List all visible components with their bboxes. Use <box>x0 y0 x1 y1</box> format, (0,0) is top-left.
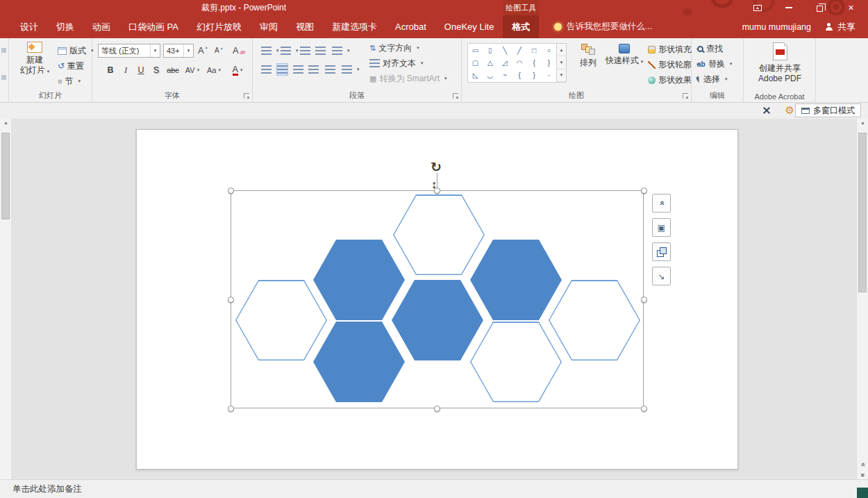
shape-glyph[interactable]: } <box>542 56 556 69</box>
rotate-handle[interactable]: ↻ <box>431 159 442 175</box>
font-size-select[interactable]: 43+ <box>163 44 194 58</box>
shrink-font-button[interactable]: A <box>215 43 224 57</box>
gallery-scroll-button[interactable]: ▲ <box>557 44 566 56</box>
maximize-restore-button[interactable] <box>804 0 835 15</box>
italic-button[interactable]: I <box>119 63 133 77</box>
shape-glyph[interactable]: △ <box>483 56 497 69</box>
bullets-button[interactable] <box>261 44 279 57</box>
ribbon-display-options-button[interactable] <box>742 0 773 15</box>
font-color-button[interactable]: A <box>228 63 247 77</box>
strikethrough-button[interactable]: abc <box>165 63 181 77</box>
plugin-tool-icon[interactable] <box>762 106 771 115</box>
shape-glyph[interactable]: ~ <box>497 69 512 82</box>
shape-glyph[interactable]: ◠ <box>512 56 526 69</box>
font-family-select[interactable]: 等线 (正文) <box>98 44 160 58</box>
character-spacing-button[interactable]: AV <box>183 63 202 77</box>
selection-handle-bottom-right[interactable] <box>641 406 647 412</box>
selection-handle-middle-right[interactable] <box>641 297 647 303</box>
select-button[interactable]: 选择 <box>697 73 728 85</box>
notes-bar[interactable]: 单击此处添加备注 <box>0 479 868 498</box>
tell-me-box[interactable]: 告诉我您想要做什么... <box>554 15 652 38</box>
shape-glyph[interactable]: ◦ <box>542 69 556 82</box>
tab-切换[interactable]: 切换 <box>47 15 83 38</box>
hexagon-4-outline[interactable] <box>235 280 327 360</box>
tab-动画[interactable]: 动画 <box>83 15 119 38</box>
right-scrollbar-thumb[interactable] <box>858 133 867 292</box>
notes-placeholder[interactable]: 单击此处添加备注 <box>12 483 82 495</box>
settings-gear-icon[interactable]: ⚙ <box>785 104 794 117</box>
new-slide-button[interactable]: 新建 幻灯片 <box>15 42 55 76</box>
replace-button[interactable]: ab替换 <box>697 58 732 70</box>
tab-新建选项卡[interactable]: 新建选项卡 <box>323 15 386 38</box>
grow-font-button[interactable]: A <box>198 43 208 57</box>
tab-格式[interactable]: 格式绘图工具 <box>503 15 539 38</box>
create-share-pdf-button[interactable]: 创建并共享 Adobe PDF <box>744 42 816 84</box>
scroll-up-arrow[interactable]: ▲ <box>857 120 868 125</box>
minimize-button[interactable] <box>773 0 804 15</box>
slide-canvas[interactable]: ↻ ↕ <box>136 129 738 470</box>
multi-window-mode-button[interactable]: 多窗口模式 <box>795 103 861 117</box>
selection-handle-top-left[interactable] <box>228 188 234 194</box>
line-spacing-button[interactable] <box>332 44 350 57</box>
tab-口袋动画-pa[interactable]: 口袋动画 PA <box>119 15 187 38</box>
clear-formatting-button[interactable]: A <box>233 43 245 57</box>
dropdown-icon[interactable] <box>183 44 193 57</box>
share-button[interactable]: 共享 <box>825 15 856 38</box>
tab-幻灯片放映[interactable]: 幻灯片放映 <box>187 15 251 38</box>
tab-acrobat[interactable]: Acrobat <box>386 15 435 38</box>
text-direction-button[interactable]: ⇅文字方向 <box>369 42 419 54</box>
bold-button[interactable]: B <box>103 63 117 77</box>
tab-onekey-lite[interactable]: OneKey Lite <box>435 15 503 38</box>
hexagon-7-filled[interactable] <box>313 322 405 402</box>
text-shadow-button[interactable]: S <box>149 63 163 77</box>
dropdown-icon[interactable] <box>150 44 160 57</box>
hexagon-5-filled[interactable] <box>392 280 483 360</box>
change-case-button[interactable]: Aa <box>205 63 223 77</box>
shape-glyph[interactable]: ▢ <box>468 56 483 69</box>
right-scrollbar[interactable]: ▲ » » <box>856 119 868 479</box>
next-slide-button[interactable]: » <box>857 470 868 479</box>
left-scrollbar-thumb[interactable] <box>1 133 10 219</box>
shape-glyph[interactable]: } <box>527 69 542 82</box>
tab-视图[interactable]: 视图 <box>287 15 323 38</box>
shape-glyph[interactable]: ◺ <box>468 69 483 82</box>
layers-button[interactable] <box>652 242 671 261</box>
gallery-scroll-button[interactable]: ▼ <box>557 69 566 82</box>
hexagon-3-filled[interactable] <box>470 240 562 320</box>
shape-glyph[interactable]: ▯ <box>483 44 497 56</box>
decrease-indent-button[interactable] <box>300 44 310 57</box>
account-name[interactable]: mumu mumujiang <box>742 15 811 38</box>
justify-button[interactable] <box>308 63 319 76</box>
shape-glyph[interactable]: ╲ <box>497 44 512 56</box>
reset-button[interactable]: ↺重置 <box>58 60 84 72</box>
selection-handle-bottom-left[interactable] <box>228 406 234 412</box>
selection-handle-top-right[interactable] <box>641 188 647 194</box>
shape-glyph[interactable]: ╱ <box>512 44 526 56</box>
hexagon-8-outline[interactable] <box>470 322 562 402</box>
layout-button[interactable]: 版式 <box>58 44 94 57</box>
left-scrollbar[interactable]: ▲ <box>0 119 12 479</box>
shape-glyph[interactable]: ◿ <box>497 56 512 69</box>
hexagon-6-outline[interactable] <box>549 280 640 360</box>
shape-glyph[interactable]: ◡ <box>483 69 497 82</box>
shape-glyph[interactable]: ○ <box>542 44 556 56</box>
shape-glyph[interactable]: ▭ <box>468 44 483 56</box>
align-left-button[interactable] <box>261 63 272 76</box>
expand-button[interactable]: ↘ <box>652 267 671 285</box>
selection-handle-middle-left[interactable] <box>228 297 234 303</box>
convert-smartart-button[interactable]: ▦转换为 SmartArt <box>369 72 447 85</box>
numbering-button[interactable] <box>281 44 299 57</box>
align-center-button[interactable] <box>276 63 288 76</box>
distribute-button[interactable] <box>325 63 335 76</box>
increase-indent-button[interactable] <box>315 44 326 57</box>
find-button[interactable]: 查找 <box>697 42 723 55</box>
tab-审阅[interactable]: 审阅 <box>251 15 287 38</box>
shape-glyph[interactable]: { <box>512 69 526 82</box>
collapse-panel-button[interactable]: » <box>652 194 671 213</box>
shape-glyph[interactable]: { <box>527 56 542 69</box>
hexagon-1-outline[interactable] <box>393 194 485 275</box>
columns-button[interactable] <box>342 63 360 76</box>
hexagon-2-filled[interactable] <box>313 240 405 320</box>
scroll-up-arrow[interactable]: ▲ <box>0 120 12 125</box>
close-button[interactable]: × <box>835 0 867 15</box>
